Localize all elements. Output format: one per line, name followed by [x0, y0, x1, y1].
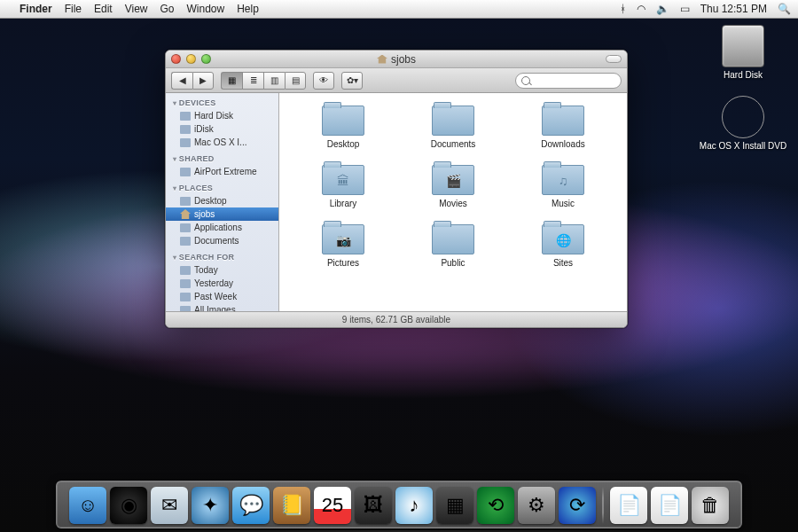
back-button[interactable]: ◀: [171, 72, 192, 90]
bluetooth-icon[interactable]: ᚼ: [620, 3, 626, 15]
minimize-button[interactable]: [186, 54, 196, 64]
dock-ical[interactable]: 25: [314, 487, 351, 524]
toolbar-toggle-button[interactable]: [606, 55, 622, 63]
folder-label: Downloads: [541, 139, 584, 149]
forward-button[interactable]: ▶: [192, 72, 214, 90]
sidebar-item-applications[interactable]: Applications: [166, 221, 278, 234]
action-button[interactable]: ✿▾: [341, 72, 363, 90]
folder-label: Movies: [439, 199, 467, 208]
wifi-icon[interactable]: ◠: [637, 3, 645, 15]
menu-window[interactable]: Window: [187, 3, 225, 15]
close-button[interactable]: [171, 54, 181, 64]
sidebar-item-label: Hard Disk: [194, 111, 233, 121]
dock-app-icon: ☺: [69, 487, 106, 524]
folder-pictures[interactable]: 📷Pictures: [297, 221, 389, 268]
dock-dashboard[interactable]: ◉: [110, 487, 147, 524]
dock-address-book[interactable]: 📒: [273, 487, 310, 524]
folder-icon: 📷: [322, 221, 364, 254]
folder-label: Desktop: [327, 139, 360, 149]
coverflow-view-button[interactable]: ▤: [285, 72, 306, 90]
folder-movies[interactable]: 🎬Movies: [407, 161, 499, 208]
sidebar-item-documents[interactable]: Documents: [166, 234, 278, 247]
folder-desktop[interactable]: Desktop: [297, 102, 389, 149]
dock-app-icon: ♪: [395, 487, 433, 524]
sidebar-item-sjobs[interactable]: sjobs: [166, 207, 278, 221]
menu-view[interactable]: View: [125, 3, 148, 15]
titlebar[interactable]: sjobs: [166, 51, 627, 68]
sidebar-item-yesterday[interactable]: Yesterday: [166, 277, 278, 290]
sidebar-item-label: All Images: [194, 305, 236, 311]
dock-document-2[interactable]: 📄: [651, 487, 688, 524]
battery-icon[interactable]: ▭: [680, 3, 690, 15]
volume-icon[interactable]: 🔈: [656, 3, 669, 15]
dock-app-icon: ▦: [436, 487, 473, 524]
zoom-button[interactable]: [201, 54, 211, 64]
icon-view-button[interactable]: ▦: [221, 72, 242, 90]
sidebar-heading[interactable]: PLACES: [166, 178, 278, 194]
sidebar-item-label: Mac OS X I...: [194, 137, 246, 147]
sidebar-heading[interactable]: SEARCH FOR: [166, 247, 278, 263]
dock-trash[interactable]: 🗑: [692, 487, 729, 524]
folder-downloads[interactable]: Downloads: [517, 102, 609, 149]
dock-spaces[interactable]: ▦: [436, 487, 473, 524]
folder-public[interactable]: Public: [407, 221, 499, 268]
sidebar-item-icon: [180, 266, 191, 275]
sidebar-item-mac-os-x-i-[interactable]: Mac OS X I...: [166, 136, 278, 149]
folder-icon: 🏛: [322, 161, 364, 195]
sidebar-item-desktop[interactable]: Desktop: [166, 194, 278, 207]
dock-ichat[interactable]: 💬: [232, 487, 270, 524]
sidebar-heading[interactable]: SHARED: [166, 149, 278, 165]
folder-icon: 🎬: [432, 161, 474, 195]
sidebar-item-hard-disk[interactable]: Hard Disk: [166, 109, 278, 122]
spotlight-icon[interactable]: 🔍: [778, 3, 791, 15]
column-view-button[interactable]: ▥: [263, 72, 285, 90]
app-name[interactable]: Finder: [20, 3, 52, 15]
menu-edit[interactable]: Edit: [94, 3, 113, 15]
sidebar-item-label: Applications: [194, 223, 242, 232]
search-field[interactable]: [515, 73, 622, 89]
dock-itunes[interactable]: ♪: [395, 487, 433, 524]
folder-content[interactable]: DesktopDocumentsDownloads🏛Library🎬Movies…: [279, 93, 627, 311]
home-icon: [377, 55, 387, 64]
folder-icon: [432, 102, 474, 136]
desktop-hard-disk[interactable]: Hard Disk: [699, 25, 787, 80]
folder-label: Public: [441, 258, 465, 268]
list-view-button[interactable]: ≣: [242, 72, 263, 90]
dock-app-icon: 💬: [232, 487, 270, 524]
search-input[interactable]: [530, 75, 610, 85]
folder-icon: ♫: [542, 161, 584, 195]
sidebar-item-icon: [180, 237, 191, 246]
sidebar-item-all-images[interactable]: All Images: [166, 303, 278, 311]
sidebar-item-idisk[interactable]: iDisk: [166, 122, 278, 136]
sidebar-item-label: Yesterday: [194, 278, 233, 288]
sidebar-item-past-week[interactable]: Past Week: [166, 290, 278, 303]
menu-go[interactable]: Go: [160, 3, 175, 15]
dock-document-1[interactable]: 📄: [610, 487, 647, 524]
sidebar-item-airport-extreme[interactable]: AirPort Extreme: [166, 165, 278, 178]
dock-app-icon: 📒: [273, 487, 310, 524]
dock-app-icon: ⚙: [518, 487, 555, 524]
folder-music[interactable]: ♫Music: [517, 161, 609, 208]
window-title: sjobs: [391, 53, 416, 66]
sidebar-heading[interactable]: DEVICES: [166, 93, 278, 109]
dock-time-machine[interactable]: ⟲: [477, 487, 514, 524]
toolbar: ◀ ▶ ▦ ≣ ▥ ▤ 👁 ✿▾: [166, 68, 627, 93]
sidebar-item-icon: [180, 293, 191, 301]
dock-finder[interactable]: ☺: [69, 487, 106, 524]
desktop-install-dvd[interactable]: Mac OS X Install DVD: [699, 96, 787, 151]
sidebar-item-icon: [180, 223, 191, 232]
folder-documents[interactable]: Documents: [407, 102, 499, 149]
dock-safari[interactable]: ✦: [192, 487, 229, 524]
folder-library[interactable]: 🏛Library: [297, 161, 389, 208]
sidebar-item-today[interactable]: Today: [166, 263, 278, 277]
dock-system-preferences[interactable]: ⚙: [518, 487, 555, 524]
dock-app-icon: ✦: [192, 487, 229, 524]
menu-help[interactable]: Help: [237, 3, 259, 15]
dock-preview[interactable]: 🖼: [355, 487, 392, 524]
quicklook-button[interactable]: 👁: [313, 72, 334, 90]
dock-isync[interactable]: ⟳: [559, 487, 596, 524]
menu-file[interactable]: File: [65, 3, 82, 15]
clock[interactable]: Thu 12:51 PM: [700, 3, 767, 15]
folder-sites[interactable]: 🌐Sites: [517, 221, 609, 268]
dock-mail[interactable]: ✉: [151, 487, 188, 524]
